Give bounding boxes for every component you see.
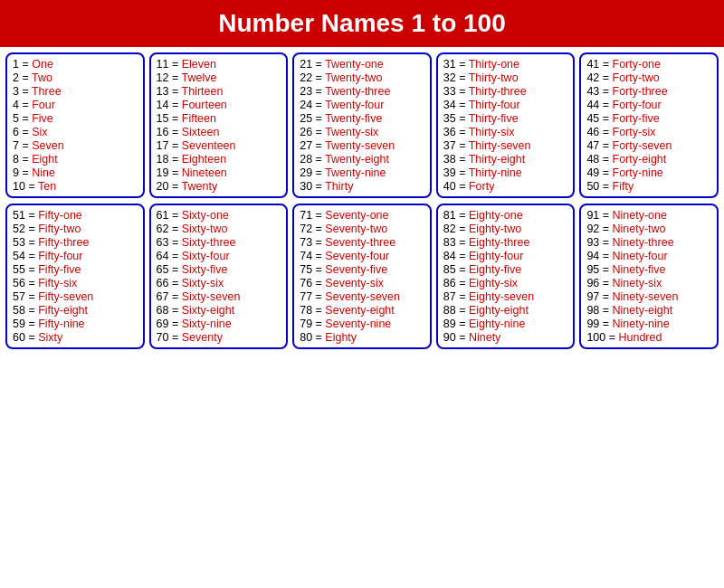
number-entry-97: 97 = Ninety-seven <box>586 290 711 303</box>
number-entry-10: 10 = Ten <box>13 180 138 193</box>
number-entry-67: 67 = Sixty-seven <box>157 290 281 303</box>
number-entry-72: 72 = Seventy-two <box>300 223 424 235</box>
number-entry-21: 21 = Twenty-one <box>300 58 424 71</box>
number-entry-19: 19 = Nineteen <box>157 166 281 179</box>
number-entry-15: 15 = Fifteen <box>157 112 281 125</box>
number-entry-62: 62 = Sixty-two <box>157 223 281 235</box>
number-entry-29: 29 = Twenty-nine <box>300 166 424 179</box>
number-entry-64: 64 = Sixty-four <box>157 250 281 262</box>
number-entry-49: 49 = Forty-nine <box>586 166 711 179</box>
number-box-1-0: 51 = Fifty-one52 = Fifty-two53 = Fifty-t… <box>5 204 145 349</box>
number-entry-46: 46 = Forty-six <box>586 126 711 138</box>
number-box-0-0: 1 = One2 = Two3 = Three4 = Four5 = Five6… <box>5 52 145 198</box>
number-entry-48: 48 = Forty-eight <box>586 153 711 166</box>
number-entry-77: 77 = Seventy-seven <box>300 290 424 303</box>
number-entry-76: 76 = Seventy-six <box>300 277 424 289</box>
number-box-0-3: 31 = Thirty-one32 = Thirty-two33 = Thirt… <box>436 52 576 198</box>
number-box-0-4: 41 = Forty-one42 = Forty-two43 = Forty-t… <box>579 52 719 198</box>
number-entry-53: 53 = Fifty-three <box>13 236 138 249</box>
number-entry-34: 34 = Thirty-four <box>443 99 568 111</box>
number-entry-26: 26 = Twenty-six <box>300 126 424 138</box>
number-entry-60: 60 = Sixty <box>13 331 138 344</box>
number-entry-61: 61 = Sixty-one <box>157 209 281 222</box>
number-entry-80: 80 = Eighty <box>300 331 424 344</box>
number-entry-52: 52 = Fifty-two <box>13 223 138 235</box>
number-entry-59: 59 = Fifty-nine <box>13 318 138 330</box>
number-entry-93: 93 = Ninety-three <box>586 236 711 249</box>
number-entry-35: 35 = Thirty-five <box>443 112 568 125</box>
number-entry-74: 74 = Seventy-four <box>300 250 424 262</box>
number-entry-70: 70 = Seventy <box>157 331 281 344</box>
number-entry-41: 41 = Forty-one <box>586 58 711 71</box>
number-entry-68: 68 = Sixty-eight <box>157 304 281 317</box>
number-entry-82: 82 = Eighty-two <box>443 223 568 235</box>
number-entry-7: 7 = Seven <box>13 139 138 152</box>
number-entry-3: 3 = Three <box>13 85 138 98</box>
main-container: 1 = One2 = Two3 = Three4 = Four5 = Five6… <box>0 47 724 355</box>
number-entry-31: 31 = Thirty-one <box>443 58 568 71</box>
number-entry-2: 2 = Two <box>13 71 138 84</box>
number-box-1-2: 71 = Seventy-one72 = Seventy-two73 = Sev… <box>292 204 432 349</box>
number-entry-8: 8 = Eight <box>13 153 138 166</box>
number-entry-75: 75 = Seventy-five <box>300 263 424 276</box>
number-entry-43: 43 = Forty-three <box>586 85 711 98</box>
number-entry-16: 16 = Sixteen <box>157 126 281 138</box>
number-entry-28: 28 = Twenty-eight <box>300 153 424 166</box>
number-entry-51: 51 = Fifty-one <box>13 209 138 222</box>
page-title: Number Names 1 to 100 <box>218 9 505 37</box>
number-entry-1: 1 = One <box>13 58 138 71</box>
number-entry-33: 33 = Thirty-three <box>443 85 568 98</box>
number-entry-98: 98 = Ninety-eight <box>586 304 711 317</box>
number-entry-32: 32 = Thirty-two <box>443 71 568 84</box>
number-box-1-3: 81 = Eighty-one82 = Eighty-two83 = Eight… <box>436 204 576 349</box>
number-entry-63: 63 = Sixty-three <box>157 236 281 249</box>
number-entry-25: 25 = Twenty-five <box>300 112 424 125</box>
number-entry-71: 71 = Seventy-one <box>300 209 424 222</box>
number-entry-42: 42 = Forty-two <box>586 71 711 84</box>
number-entry-79: 79 = Seventy-nine <box>300 318 424 330</box>
number-entry-66: 66 = Sixty-six <box>157 277 281 289</box>
number-entry-4: 4 = Four <box>13 99 138 111</box>
number-entry-9: 9 = Nine <box>13 166 138 179</box>
number-entry-39: 39 = Thirty-nine <box>443 166 568 179</box>
number-entry-37: 37 = Thirty-seven <box>443 139 568 152</box>
number-entry-17: 17 = Seventeen <box>157 139 281 152</box>
number-entry-100: 100 = Hundred <box>586 331 711 344</box>
number-entry-6: 6 = Six <box>13 126 138 138</box>
number-entry-45: 45 = Forty-five <box>586 112 711 125</box>
number-entry-88: 88 = Eighty-eight <box>443 304 568 317</box>
number-entry-87: 87 = Eighty-seven <box>443 290 568 303</box>
number-entry-23: 23 = Twenty-three <box>300 85 424 98</box>
row-group-0: 1 = One2 = Two3 = Three4 = Four5 = Five6… <box>5 52 719 198</box>
number-box-0-1: 11 = Eleven12 = Twelve13 = Thirteen14 = … <box>149 52 289 198</box>
number-entry-73: 73 = Seventy-three <box>300 236 424 249</box>
number-entry-99: 99 = Ninety-nine <box>586 318 711 330</box>
page-header: Number Names 1 to 100 <box>0 0 724 47</box>
number-box-1-1: 61 = Sixty-one62 = Sixty-two63 = Sixty-t… <box>149 204 289 349</box>
number-entry-69: 69 = Sixty-nine <box>157 318 281 330</box>
number-entry-27: 27 = Twenty-seven <box>300 139 424 152</box>
number-entry-57: 57 = Fifty-seven <box>13 290 138 303</box>
number-entry-50: 50 = Fifty <box>586 180 711 193</box>
number-entry-65: 65 = Sixty-five <box>157 263 281 276</box>
number-entry-96: 96 = Ninety-six <box>586 277 711 289</box>
number-box-1-4: 91 = Ninety-one92 = Ninety-two93 = Ninet… <box>579 204 719 349</box>
number-entry-30: 30 = Thirty <box>300 180 424 193</box>
number-entry-47: 47 = Forty-seven <box>586 139 711 152</box>
number-entry-89: 89 = Eighty-nine <box>443 318 568 330</box>
number-entry-22: 22 = Twenty-two <box>300 71 424 84</box>
number-entry-58: 58 = Fifty-eight <box>13 304 138 317</box>
number-entry-38: 38 = Thirty-eight <box>443 153 568 166</box>
number-entry-94: 94 = Ninety-four <box>586 250 711 262</box>
number-entry-24: 24 = Twenty-four <box>300 99 424 111</box>
number-entry-13: 13 = Thirteen <box>157 85 281 98</box>
number-entry-55: 55 = Fifty-five <box>13 263 138 276</box>
number-entry-11: 11 = Eleven <box>157 58 281 71</box>
number-entry-84: 84 = Eighty-four <box>443 250 568 262</box>
number-box-0-2: 21 = Twenty-one22 = Twenty-two23 = Twent… <box>292 52 432 198</box>
number-entry-86: 86 = Eighty-six <box>443 277 568 289</box>
number-entry-78: 78 = Seventy-eight <box>300 304 424 317</box>
number-entry-40: 40 = Forty <box>443 180 568 193</box>
number-entry-20: 20 = Twenty <box>157 180 281 193</box>
number-entry-18: 18 = Eighteen <box>157 153 281 166</box>
